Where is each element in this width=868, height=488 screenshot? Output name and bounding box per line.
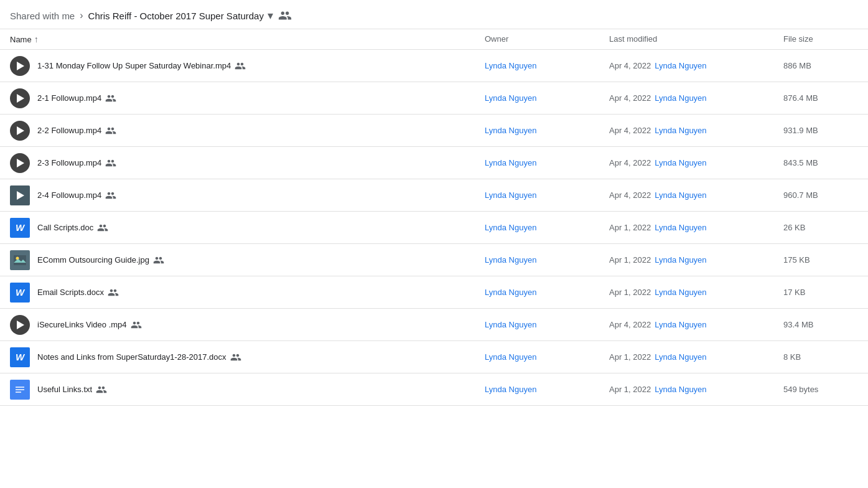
modified-by: Lynda Nguyen — [655, 385, 706, 394]
col-name-header[interactable]: Name ↑ — [10, 34, 485, 44]
file-name-cell: W Notes and Links from SuperSaturday1-28… — [10, 347, 485, 367]
col-owner-header[interactable]: Owner — [485, 34, 609, 44]
modified-cell: Apr 1, 2022 Lynda Nguyen — [609, 288, 783, 297]
video-circle-icon — [10, 56, 30, 76]
table-header: Name ↑ Owner Last modified File size — [0, 29, 868, 50]
modified-date: Apr 1, 2022 — [609, 255, 651, 265]
file-name: 2-2 Followup.mp4 — [37, 126, 101, 135]
file-name: 2-3 Followup.mp4 — [37, 158, 101, 167]
modified-cell: Apr 1, 2022 Lynda Nguyen — [609, 223, 783, 232]
file-list: 1-31 Monday Follow Up Super Saturday Web… — [0, 50, 868, 406]
modified-date: Apr 1, 2022 — [609, 385, 651, 394]
shared-with-me-link[interactable]: Shared with me — [10, 11, 75, 21]
modified-cell: Apr 4, 2022 Lynda Nguyen — [609, 61, 783, 70]
table-row[interactable]: 2-3 Followup.mp4 Lynda Nguyen Apr 4, 202… — [0, 147, 868, 179]
shared-users-icon — [108, 287, 119, 298]
table-row[interactable]: W Call Scripts.doc Lynda Nguyen Apr 1, 2… — [0, 212, 868, 244]
table-row[interactable]: W Notes and Links from SuperSaturday1-28… — [0, 341, 868, 373]
video-circle-icon — [10, 153, 30, 173]
breadcrumb: Shared with me › Chris Reiff - October 2… — [0, 0, 868, 29]
word-icon: W — [10, 347, 30, 367]
modified-date: Apr 4, 2022 — [609, 93, 651, 103]
size-cell: 549 bytes — [783, 385, 858, 394]
owner-cell: Lynda Nguyen — [485, 255, 609, 265]
file-name: Call Scripts.doc — [37, 223, 93, 232]
file-label: 2-4 Followup.mp4 — [37, 190, 116, 201]
modified-cell: Apr 1, 2022 Lynda Nguyen — [609, 352, 783, 362]
shared-users-icon — [105, 157, 116, 169]
file-name-cell: 2-3 Followup.mp4 — [10, 153, 485, 173]
file-name: 1-31 Monday Follow Up Super Saturday Web… — [37, 61, 231, 70]
file-label: Email Scripts.docx — [37, 287, 119, 298]
modified-cell: Apr 4, 2022 Lynda Nguyen — [609, 126, 783, 135]
owner-cell: Lynda Nguyen — [485, 61, 609, 70]
modified-date: Apr 1, 2022 — [609, 352, 651, 362]
size-cell: 960.7 MB — [783, 190, 858, 200]
file-label: Call Scripts.doc — [37, 222, 108, 233]
modified-date: Apr 1, 2022 — [609, 288, 651, 297]
file-label: 2-2 Followup.mp4 — [37, 125, 116, 136]
size-cell: 843.5 MB — [783, 158, 858, 167]
size-cell: 26 KB — [783, 223, 858, 232]
file-name-cell: 2-4 Followup.mp4 — [10, 185, 485, 205]
file-name: 2-1 Followup.mp4 — [37, 93, 101, 103]
file-name: EComm Outsourcing Guide.jpg — [37, 255, 149, 265]
col-modified-header[interactable]: Last modified — [609, 34, 783, 44]
table-row[interactable]: 2-2 Followup.mp4 Lynda Nguyen Apr 4, 202… — [0, 115, 868, 147]
file-name-cell: W Email Scripts.docx — [10, 283, 485, 303]
folder-dropdown-arrow[interactable]: ▾ — [268, 9, 273, 22]
modified-by: Lynda Nguyen — [655, 223, 706, 232]
modified-date: Apr 4, 2022 — [609, 190, 651, 200]
file-name-cell: iSecureLinks Video .mp4 — [10, 315, 485, 335]
shared-users-icon — [230, 352, 241, 363]
modified-date: Apr 4, 2022 — [609, 61, 651, 70]
file-label: Useful Links.txt — [37, 384, 107, 395]
file-name-cell: 1-31 Monday Follow Up Super Saturday Web… — [10, 56, 485, 76]
size-cell: 886 MB — [783, 61, 858, 70]
shared-users-icon — [235, 60, 246, 72]
modified-by: Lynda Nguyen — [655, 61, 706, 70]
owner-cell: Lynda Nguyen — [485, 190, 609, 200]
file-name: Email Scripts.docx — [37, 288, 104, 297]
current-folder: Chris Reiff - October 2017 Super Saturda… — [88, 9, 273, 22]
size-cell: 93.4 MB — [783, 320, 858, 329]
table-row[interactable]: 1-31 Monday Follow Up Super Saturday Web… — [0, 50, 868, 82]
modified-date: Apr 4, 2022 — [609, 320, 651, 329]
table-row[interactable]: iSecureLinks Video .mp4 Lynda Nguyen Apr… — [0, 309, 868, 341]
table-row[interactable]: W Email Scripts.docx Lynda Nguyen Apr 1,… — [0, 276, 868, 309]
shared-users-icon — [105, 125, 116, 136]
file-label: iSecureLinks Video .mp4 — [37, 319, 142, 331]
breadcrumb-separator: › — [80, 10, 83, 21]
modified-by: Lynda Nguyen — [655, 352, 706, 362]
col-size-header[interactable]: File size — [783, 34, 858, 44]
modified-date: Apr 1, 2022 — [609, 223, 651, 232]
table-row[interactable]: Useful Links.txt Lynda Nguyen Apr 1, 202… — [0, 373, 868, 406]
current-folder-name: Chris Reiff - October 2017 Super Saturda… — [88, 11, 264, 21]
shared-users-icon — [97, 222, 108, 233]
file-name: Notes and Links from SuperSaturday1-28-2… — [37, 352, 226, 362]
owner-cell: Lynda Nguyen — [485, 223, 609, 232]
image-icon — [10, 250, 30, 270]
file-label: 2-1 Followup.mp4 — [37, 93, 116, 104]
table-row[interactable]: 2-1 Followup.mp4 Lynda Nguyen Apr 4, 202… — [0, 82, 868, 115]
size-cell: 175 KB — [783, 255, 858, 265]
shared-people-icon[interactable] — [278, 9, 292, 22]
file-label: Notes and Links from SuperSaturday1-28-2… — [37, 352, 241, 363]
sort-arrow-icon: ↑ — [34, 34, 39, 44]
file-name-cell: Useful Links.txt — [10, 380, 485, 400]
modified-by: Lynda Nguyen — [655, 320, 706, 329]
modified-cell: Apr 1, 2022 Lynda Nguyen — [609, 255, 783, 265]
owner-cell: Lynda Nguyen — [485, 320, 609, 329]
modified-by: Lynda Nguyen — [655, 126, 706, 135]
svg-rect-0 — [14, 255, 26, 265]
modified-by: Lynda Nguyen — [655, 158, 706, 167]
shared-users-icon — [153, 255, 164, 266]
size-cell: 17 KB — [783, 288, 858, 297]
modified-cell: Apr 1, 2022 Lynda Nguyen — [609, 385, 783, 394]
word-icon: W — [10, 218, 30, 238]
file-name: iSecureLinks Video .mp4 — [37, 320, 127, 329]
modified-by: Lynda Nguyen — [655, 255, 706, 265]
file-name-cell: 2-2 Followup.mp4 — [10, 121, 485, 141]
table-row[interactable]: EComm Outsourcing Guide.jpg Lynda Nguyen… — [0, 244, 868, 276]
table-row[interactable]: 2-4 Followup.mp4 Lynda Nguyen Apr 4, 202… — [0, 179, 868, 212]
